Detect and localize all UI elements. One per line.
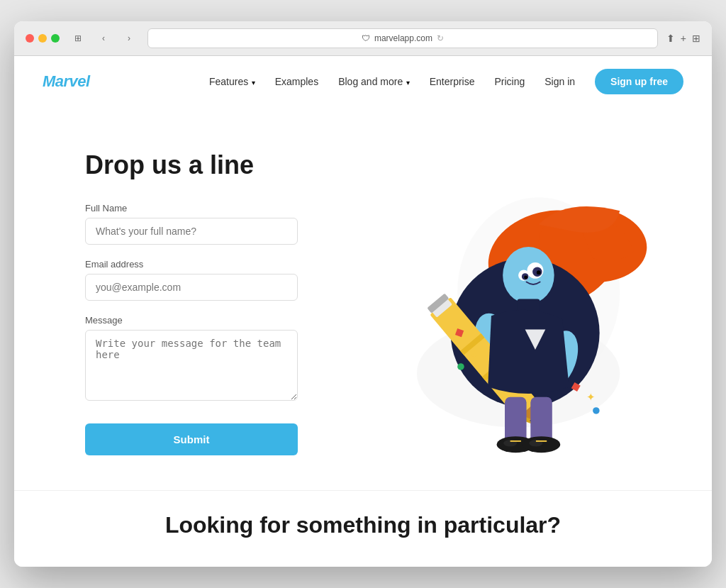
contact-illustration: ✦ ✦	[356, 157, 654, 455]
nav-link-examples[interactable]: Examples	[275, 76, 318, 87]
submit-button[interactable]: Submit	[85, 423, 298, 455]
page-title: Drop us a line	[85, 150, 298, 180]
svg-point-35	[457, 363, 464, 370]
reload-icon: ↻	[437, 33, 444, 43]
close-button[interactable]	[26, 34, 34, 43]
nav-link-features[interactable]: Features	[209, 76, 248, 87]
browser-controls: ⊞ ‹ ›	[68, 31, 139, 45]
new-tab-icon[interactable]: +	[681, 33, 686, 44]
minimize-button[interactable]	[38, 34, 47, 43]
full-name-input[interactable]	[85, 218, 298, 245]
main-section: Drop us a line Full Name Email address M…	[14, 107, 712, 490]
tabs-icon[interactable]: ⊞	[692, 33, 700, 44]
bottom-section: Looking for something in particular?	[14, 490, 712, 567]
nav-item-enterprise[interactable]: Enterprise	[430, 75, 475, 88]
nav-item-signup[interactable]: Sign up free	[595, 69, 683, 94]
address-bar[interactable]: 🛡 marvelapp.com ↻	[147, 28, 658, 48]
svg-text:✦: ✦	[586, 391, 596, 403]
maximize-button[interactable]	[51, 34, 60, 43]
nav-link-signin[interactable]: Sign in	[544, 76, 575, 87]
page-content: Marvel Features Examples Blog and more E…	[14, 56, 712, 567]
contact-form: Full Name Email address Message Submit	[85, 203, 298, 455]
svg-point-39	[593, 407, 600, 414]
full-name-group: Full Name	[85, 203, 298, 245]
nav-item-blog[interactable]: Blog and more	[338, 75, 410, 88]
forward-icon[interactable]: ›	[119, 31, 139, 45]
svg-point-11	[524, 276, 527, 279]
message-textarea[interactable]	[85, 330, 298, 401]
nav-item-pricing[interactable]: Pricing	[494, 75, 525, 88]
shield-icon: 🛡	[362, 33, 370, 43]
share-icon[interactable]: ⬆	[666, 33, 675, 44]
bottom-title: Looking for something in particular?	[43, 512, 683, 538]
browser-dots	[26, 34, 60, 43]
browser-window: ⊞ ‹ › 🛡 marvelapp.com ↻ ⬆ + ⊞ Marvel Fea…	[14, 21, 712, 567]
nav-link-blog[interactable]: Blog and more	[338, 76, 403, 87]
signup-button[interactable]: Sign up free	[595, 69, 683, 94]
nav-link-pricing[interactable]: Pricing	[494, 76, 525, 87]
svg-text:✦: ✦	[469, 348, 479, 362]
url-text: marvelapp.com	[374, 33, 432, 43]
nav-link-enterprise[interactable]: Enterprise	[430, 76, 475, 87]
browser-actions: ⬆ + ⊞	[666, 33, 700, 44]
nav-item-signin[interactable]: Sign in	[544, 75, 575, 88]
navigation: Marvel Features Examples Blog and more E…	[14, 56, 712, 107]
browser-chrome: ⊞ ‹ › 🛡 marvelapp.com ↻ ⬆ + ⊞	[14, 21, 712, 56]
illustration-side: ✦ ✦	[326, 150, 683, 462]
message-label: Message	[85, 315, 298, 326]
back-icon[interactable]: ‹	[94, 31, 113, 45]
nav-item-features[interactable]: Features	[209, 75, 255, 88]
svg-point-10	[537, 270, 541, 274]
nav-links: Features Examples Blog and more Enterpri…	[209, 69, 683, 94]
message-group: Message	[85, 315, 298, 404]
logo[interactable]: Marvel	[43, 72, 90, 91]
full-name-label: Full Name	[85, 203, 298, 213]
nav-item-examples[interactable]: Examples	[275, 75, 318, 88]
email-input[interactable]	[85, 274, 298, 301]
sidebar-toggle-icon[interactable]: ⊞	[68, 31, 88, 45]
form-side: Drop us a line Full Name Email address M…	[85, 150, 298, 455]
email-group: Email address	[85, 259, 298, 301]
email-label: Email address	[85, 259, 298, 270]
